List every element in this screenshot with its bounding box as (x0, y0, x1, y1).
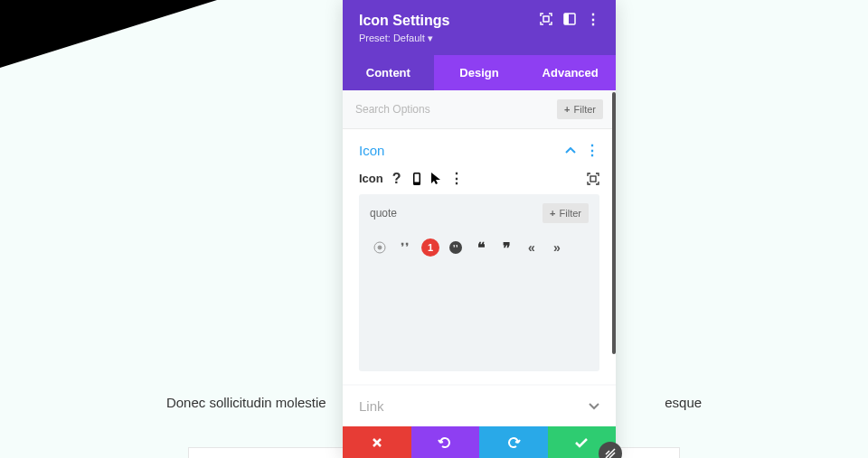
more-icon[interactable]: ⋮ (587, 13, 599, 25)
modal-title: Icon Settings (359, 13, 449, 29)
redo-button[interactable] (479, 426, 548, 458)
resize-handle[interactable] (599, 442, 622, 458)
svg-point-7 (378, 246, 382, 249)
tab-advanced[interactable]: Advanced (524, 55, 616, 90)
fullscreen-icon[interactable] (540, 13, 552, 25)
modal-header: Icon Settings ⋮ Preset: Default ▾ (343, 0, 616, 55)
svg-rect-0 (543, 16, 549, 22)
svg-rect-5 (590, 176, 596, 182)
link-section-title: Link (359, 398, 384, 414)
phone-icon[interactable] (410, 173, 423, 185)
icon-angle-double-right[interactable]: » (549, 239, 565, 256)
bg-text-1: Donec sollicitudin molestie (166, 395, 326, 410)
chevron-down-icon (589, 403, 599, 410)
svg-rect-2 (564, 14, 569, 24)
svg-rect-4 (414, 173, 419, 182)
chevron-up-icon[interactable] (565, 147, 576, 154)
icon-angle-double-left[interactable]: « (524, 239, 540, 256)
preset-selector[interactable]: Preset: Default ▾ (359, 33, 599, 44)
icon-quote-outline[interactable] (372, 239, 388, 256)
icon-filter-button[interactable]: + Filter (542, 203, 589, 223)
modal-footer (343, 426, 616, 458)
icon-quote-thin[interactable]: ❜❜ (397, 239, 413, 256)
icon-quote-left-solid[interactable]: ❝ (473, 239, 489, 256)
icon-section: Icon ⋮ Icon ? ⋮ (343, 129, 616, 384)
panel-icon[interactable] (563, 13, 576, 25)
tab-content[interactable]: Content (343, 55, 434, 90)
undo-button[interactable] (411, 426, 480, 458)
selection-badge: 1 (421, 238, 439, 257)
responsive-icon[interactable] (587, 173, 599, 185)
help-icon[interactable]: ? (391, 173, 403, 185)
icon-quote-right-circle[interactable]: ❜❜ (448, 239, 464, 256)
icon-settings-modal: Icon Settings ⋮ Preset: Default ▾ Conten… (343, 0, 616, 458)
hover-icon[interactable] (430, 173, 443, 185)
option-more-icon[interactable]: ⋮ (450, 173, 463, 185)
icon-section-header[interactable]: Icon ⋮ (343, 129, 616, 172)
icon-section-title: Icon (359, 143, 384, 158)
cancel-button[interactable] (343, 426, 411, 458)
icon-option-row: Icon ? ⋮ (359, 172, 599, 185)
icon-search-input[interactable] (370, 207, 535, 220)
tabs-row: Content Design Advanced (343, 55, 616, 90)
icon-picker: + Filter ❜❜ 1 ❜❜ ❝ ❞ (359, 194, 599, 371)
tab-design[interactable]: Design (434, 55, 525, 90)
search-options-row: Search Options + Filter (343, 90, 616, 129)
bg-text-suffix: esque (665, 395, 702, 410)
icon-picker-search-row: + Filter (359, 194, 599, 232)
decorative-triangle (0, 0, 217, 68)
link-section-header[interactable]: Link (343, 386, 616, 426)
icon-grid: ❜❜ 1 ❜❜ ❝ ❞ « » (359, 232, 599, 263)
scrollbar[interactable] (612, 92, 616, 354)
icon-quote-right-heavy[interactable]: ❞ (498, 239, 514, 256)
filter-button[interactable]: + Filter (557, 99, 603, 119)
search-options-input[interactable]: Search Options (355, 103, 557, 116)
svg-text:❜❜: ❜❜ (453, 244, 458, 252)
icon-option-label: Icon (359, 172, 383, 185)
icon-quote-right-selected[interactable]: 1 (422, 239, 439, 256)
section-more-icon[interactable]: ⋮ (585, 142, 599, 159)
